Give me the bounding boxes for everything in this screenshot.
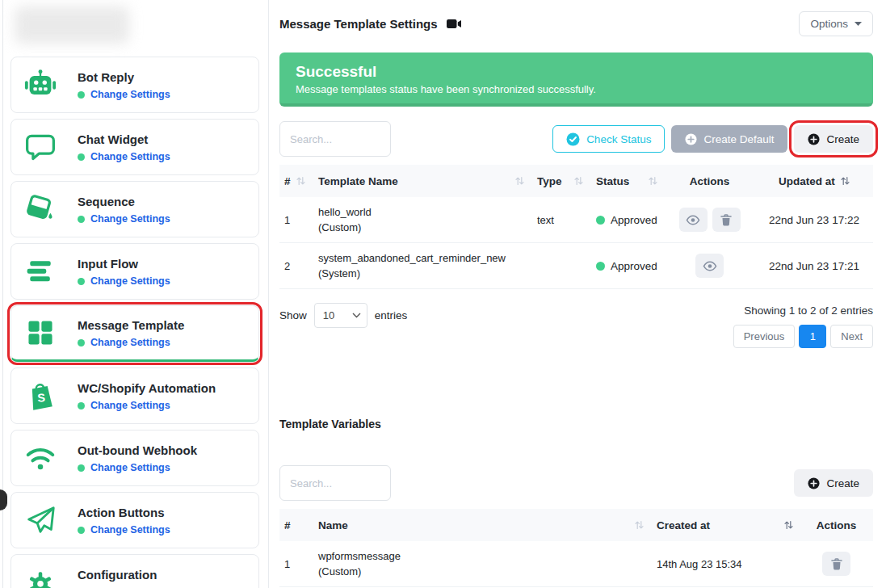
create-button[interactable]: Create xyxy=(794,125,873,153)
paint-bucket-icon xyxy=(23,191,58,227)
sidebar-item-bot-reply[interactable]: Bot Reply Change Settings xyxy=(10,57,259,113)
change-settings-link[interactable]: Change Settings xyxy=(78,524,170,536)
plus-circle-icon xyxy=(685,133,697,145)
sidebar-item-action-buttons[interactable]: Action Buttons Change Settings xyxy=(10,492,259,548)
change-settings-label: Change Settings xyxy=(90,151,170,162)
paper-plane-icon xyxy=(23,502,58,538)
status-dot-icon xyxy=(78,402,85,410)
status-dot-icon xyxy=(78,91,85,99)
change-settings-link[interactable]: Change Settings xyxy=(78,89,170,100)
sort-icon xyxy=(635,520,644,530)
column-label: Status xyxy=(596,175,629,187)
sidebar-nav: Bot Reply Change Settings Chat Widget Ch… xyxy=(10,57,259,588)
app-logo xyxy=(15,6,129,44)
sidebar-item-configuration[interactable]: Configuration Change Settings xyxy=(10,554,259,588)
templates-table-body: 1 hello_world (Custom) text Approved 22n… xyxy=(279,197,873,289)
template-type: text xyxy=(531,214,590,226)
column-header-updated-at[interactable]: Updated at xyxy=(755,175,873,187)
column-header-name[interactable]: Name xyxy=(312,519,650,531)
page-title: Message Template Settings xyxy=(279,17,438,31)
templates-search-input[interactable] xyxy=(279,121,391,157)
status-label: Approved xyxy=(611,260,657,272)
column-header--[interactable]: # xyxy=(279,519,312,531)
change-settings-link[interactable]: Change Settings xyxy=(78,337,184,348)
row-actions xyxy=(664,208,755,232)
variables-table-header: #NameCreated atActions xyxy=(279,509,873,541)
column-label: Updated at xyxy=(779,175,835,187)
change-settings-label: Change Settings xyxy=(90,213,170,225)
show-label: Show xyxy=(279,309,307,321)
previous-page-button[interactable]: Previous xyxy=(733,325,796,348)
column-header-actions[interactable]: Actions xyxy=(664,175,755,187)
column-label: Name xyxy=(318,519,348,531)
variables-search-input[interactable] xyxy=(279,465,391,501)
plus-circle-icon xyxy=(808,133,820,145)
alert-title: Successful xyxy=(296,63,857,81)
change-settings-label: Change Settings xyxy=(90,89,170,100)
page-size-select[interactable]: 10 xyxy=(314,303,367,328)
change-settings-link[interactable]: Change Settings xyxy=(78,213,170,225)
create-label: Create xyxy=(826,133,859,145)
change-settings-link[interactable]: Change Settings xyxy=(78,400,216,411)
svg-text:S: S xyxy=(37,391,46,405)
template-name: system_abandoned_cart_reminder_new xyxy=(318,250,524,266)
variables-create-button[interactable]: Create xyxy=(794,469,873,497)
next-page-button[interactable]: Next xyxy=(830,325,873,348)
sidebar-item-wc-shopify-automation[interactable]: S WC/Shopify Automation Change Settings xyxy=(10,368,259,424)
sidebar-item-sequence[interactable]: Sequence Change Settings xyxy=(10,181,259,237)
robot-icon xyxy=(23,67,58,103)
table-row: 1 wpformsmessage (Custom) 14th Aug 23 15… xyxy=(279,541,873,587)
sort-icon xyxy=(574,176,583,186)
status-dot-icon xyxy=(596,262,605,271)
row-index: 2 xyxy=(279,260,312,272)
variables-table-body: 1 wpformsmessage (Custom) 14th Aug 23 15… xyxy=(279,541,873,587)
change-settings-link[interactable]: Change Settings xyxy=(78,462,197,473)
sidebar-item-input-flow[interactable]: Input Flow Change Settings xyxy=(10,243,259,300)
change-settings-link[interactable]: Change Settings xyxy=(78,151,170,162)
status-dot-icon xyxy=(78,278,85,285)
variables-toolbar: Create xyxy=(279,465,873,501)
sort-icon xyxy=(841,176,850,186)
view-button[interactable] xyxy=(679,208,708,232)
column-label: # xyxy=(284,519,291,531)
check-status-button[interactable]: Check Status xyxy=(552,125,665,153)
column-header--[interactable]: # xyxy=(279,175,312,187)
page-1-button[interactable]: 1 xyxy=(799,325,826,348)
video-camera-icon[interactable] xyxy=(447,19,462,29)
delete-button[interactable] xyxy=(822,552,850,576)
templates-table-header: #Template NameTypeStatusActionsUpdated a… xyxy=(279,165,873,197)
status-dot-icon xyxy=(78,153,85,161)
variables-table: #NameCreated atActions 1 wpformsmessage … xyxy=(279,509,873,587)
column-header-type[interactable]: Type xyxy=(531,175,590,187)
templates-toolbar: Check Status Create Default Create xyxy=(279,121,873,157)
change-settings-link[interactable]: Change Settings xyxy=(78,275,170,287)
options-button[interactable]: Options xyxy=(799,11,873,36)
create-default-button[interactable]: Create Default xyxy=(671,125,787,153)
gear-icon xyxy=(23,565,58,588)
sidebar-item-label: Bot Reply xyxy=(78,69,170,86)
sidebar-item-chat-widget[interactable]: Chat Widget Change Settings xyxy=(10,119,259,175)
template-variables-title: Template Variables xyxy=(279,418,873,430)
column-header-created-at[interactable]: Created at xyxy=(650,519,800,531)
view-button[interactable] xyxy=(695,254,724,278)
sort-icon xyxy=(515,176,524,186)
check-status-label: Check Status xyxy=(586,133,651,145)
bars-icon xyxy=(23,254,58,289)
entries-label: entries xyxy=(375,309,408,321)
row-index: 1 xyxy=(279,558,312,570)
column-header-actions[interactable]: Actions xyxy=(800,519,873,531)
column-header-status[interactable]: Status xyxy=(590,175,664,187)
status-dot-icon xyxy=(78,339,85,346)
sidebar-item-out-bound-webhook[interactable]: Out-bound Webhook Change Settings xyxy=(10,430,259,486)
page-header: Message Template Settings Options xyxy=(279,11,873,36)
sort-icon xyxy=(649,176,657,186)
sort-icon xyxy=(296,176,305,186)
status-dot-icon xyxy=(78,464,85,472)
column-label: Created at xyxy=(657,519,710,531)
delete-button[interactable] xyxy=(712,208,741,232)
sidebar-item-label: Chat Widget xyxy=(78,132,170,148)
change-settings-label: Change Settings xyxy=(90,524,170,536)
sidebar-item-message-template[interactable]: Message Template Change Settings xyxy=(10,305,259,362)
change-settings-label: Change Settings xyxy=(90,400,170,411)
column-header-template-name[interactable]: Template Name xyxy=(312,175,531,187)
